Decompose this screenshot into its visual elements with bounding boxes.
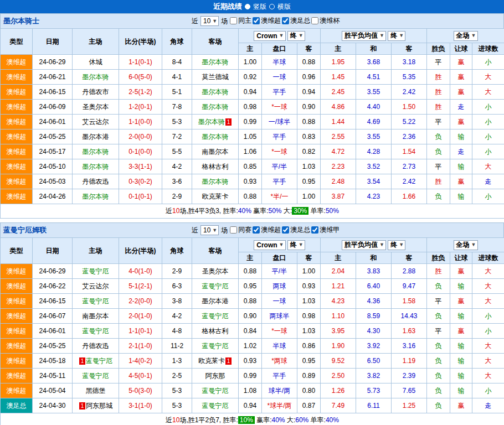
- league-cell[interactable]: 澳维超: [1, 264, 33, 279]
- avg-odds-select[interactable]: 胜平负均值▼: [342, 31, 386, 41]
- avg-time-select[interactable]: 终▼: [388, 31, 405, 41]
- score-cell[interactable]: 1-4(0-2): [119, 354, 162, 369]
- home-team-cell[interactable]: 墨尔本骑: [73, 189, 119, 204]
- away-team-cell[interactable]: 墨尔本骑: [192, 174, 239, 189]
- home-team-cell[interactable]: 南墨尔本: [73, 309, 119, 324]
- home-team-cell[interactable]: 1阿东那城: [73, 398, 119, 413]
- away-team-cell[interactable]: 莫兰德城: [192, 70, 239, 85]
- score-cell[interactable]: 2-1(1-0): [119, 339, 162, 354]
- score-cell[interactable]: 3-1(1-0): [119, 398, 162, 413]
- away-team-cell[interactable]: 欧克莱卡1: [192, 354, 239, 369]
- matches-count-select[interactable]: 10▼: [200, 225, 219, 235]
- away-team-cell[interactable]: 蓝曼宁厄: [192, 383, 239, 398]
- away-team-cell[interactable]: 南墨尔本: [192, 144, 239, 159]
- odds-time-select[interactable]: 终▼: [287, 31, 305, 41]
- away-team-cell[interactable]: 蓝曼宁厄: [192, 398, 239, 413]
- filter-checkbox[interactable]: 澳足总: [282, 16, 310, 25]
- league-cell[interactable]: 澳维超: [1, 354, 33, 369]
- away-team-cell[interactable]: 格林古利: [192, 324, 239, 339]
- checkbox-input[interactable]: [230, 17, 237, 24]
- vertical-layout-label[interactable]: 竖版: [253, 2, 266, 12]
- home-team-cell[interactable]: 丹德农迅: [73, 174, 119, 189]
- away-team-cell[interactable]: 墨尔本骑: [192, 100, 239, 115]
- score-cell[interactable]: 0-1(0-1): [119, 189, 162, 204]
- league-cell[interactable]: 澳维超: [1, 159, 33, 174]
- checkbox-input[interactable]: [311, 17, 318, 24]
- matches-count-select[interactable]: 10▼: [200, 16, 219, 26]
- league-cell[interactable]: 澳维超: [1, 309, 33, 324]
- checkbox-input[interactable]: [253, 226, 260, 234]
- league-cell[interactable]: 澳维超: [1, 324, 33, 339]
- home-team-cell[interactable]: 丹德农市: [73, 85, 119, 100]
- home-team-cell[interactable]: 蓝曼宁厄: [73, 324, 119, 339]
- checkbox-input[interactable]: [282, 226, 289, 234]
- filter-checkbox[interactable]: 同赛: [230, 225, 251, 235]
- checkbox-input[interactable]: [230, 226, 237, 234]
- home-team-cell[interactable]: 圣奥尔本: [73, 100, 119, 115]
- score-cell[interactable]: 5-1(2-1): [119, 279, 162, 294]
- team-name[interactable]: 墨尔本骑士: [1, 16, 192, 26]
- checkbox-input[interactable]: [282, 17, 289, 24]
- league-cell[interactable]: 澳维超: [1, 129, 33, 144]
- score-cell[interactable]: 1-1(0-1): [119, 324, 162, 339]
- league-cell[interactable]: 澳维超: [1, 279, 33, 294]
- home-team-cell[interactable]: 艾云达尔: [73, 279, 119, 294]
- league-cell[interactable]: 澳维超: [1, 294, 33, 309]
- bookmaker-select[interactable]: Crown▼: [254, 31, 285, 41]
- score-cell[interactable]: 6-0(5-0): [119, 70, 162, 85]
- filter-checkbox[interactable]: 澳足总: [282, 225, 310, 235]
- league-cell[interactable]: 澳足总: [1, 398, 33, 413]
- home-team-cell[interactable]: 休城: [73, 55, 119, 70]
- horizontal-layout-label[interactable]: 横版: [277, 2, 291, 12]
- score-cell[interactable]: 2-0(1-0): [119, 309, 162, 324]
- league-cell[interactable]: 澳维超: [1, 115, 33, 129]
- score-cell[interactable]: 1-1(0-0): [119, 115, 162, 129]
- away-team-cell[interactable]: 墨尔本骑: [192, 129, 239, 144]
- league-cell[interactable]: 澳维超: [1, 144, 33, 159]
- league-cell[interactable]: 澳维超: [1, 70, 33, 85]
- away-team-cell[interactable]: 蓝曼宁厄: [192, 339, 239, 354]
- score-cell[interactable]: 2-2(0-0): [119, 294, 162, 309]
- league-cell[interactable]: 澳维超: [1, 85, 33, 100]
- avg-time-select[interactable]: 终▼: [388, 240, 405, 250]
- bookmaker-select[interactable]: Crown▼: [254, 240, 285, 250]
- home-team-cell[interactable]: 艾云达尔: [73, 115, 119, 129]
- away-team-cell[interactable]: 墨尔本骑: [192, 55, 239, 70]
- away-team-cell[interactable]: 圣奥尔本: [192, 264, 239, 279]
- filter-checkbox[interactable]: 同主: [230, 16, 251, 25]
- vertical-layout-radio[interactable]: [245, 4, 250, 9]
- home-team-cell[interactable]: 蓝曼宁厄: [73, 264, 119, 279]
- away-team-cell[interactable]: 阿东那: [192, 369, 239, 383]
- score-cell[interactable]: 4-0(1-0): [119, 264, 162, 279]
- odds-time-select[interactable]: 终▼: [287, 240, 305, 250]
- home-team-cell[interactable]: 墨尔本骑: [73, 144, 119, 159]
- away-team-cell[interactable]: 蓝曼宁厄: [192, 309, 239, 324]
- score-cell[interactable]: 1-1(0-1): [119, 55, 162, 70]
- away-team-cell[interactable]: 欧克莱卡: [192, 189, 239, 204]
- home-team-cell[interactable]: 1蓝曼宁厄: [73, 354, 119, 369]
- team-name[interactable]: 蓝曼宁厄姆联: [1, 225, 192, 235]
- score-cell[interactable]: 1-2(0-1): [119, 100, 162, 115]
- away-team-cell[interactable]: 蓝曼宁厄: [192, 279, 239, 294]
- checkbox-input[interactable]: [311, 226, 318, 234]
- league-cell[interactable]: 澳维超: [1, 100, 33, 115]
- home-team-cell[interactable]: 黑德堡: [73, 383, 119, 398]
- checkbox-input[interactable]: [253, 17, 260, 24]
- score-cell[interactable]: 2-5(1-2): [119, 85, 162, 100]
- filter-checkbox[interactable]: 澳维超: [253, 16, 281, 25]
- home-team-cell[interactable]: 蓝曼宁厄: [73, 294, 119, 309]
- league-cell[interactable]: 澳维超: [1, 174, 33, 189]
- scope-select[interactable]: 全场▼: [454, 31, 478, 41]
- scope-select[interactable]: 全场▼: [454, 240, 478, 250]
- league-cell[interactable]: 澳维超: [1, 339, 33, 354]
- away-team-cell[interactable]: 墨尔本骑: [192, 85, 239, 100]
- home-team-cell[interactable]: 丹德农迅: [73, 339, 119, 354]
- home-team-cell[interactable]: 墨尔本港: [73, 129, 119, 144]
- away-team-cell[interactable]: 墨尔本港: [192, 294, 239, 309]
- league-cell[interactable]: 澳维超: [1, 55, 33, 70]
- filter-checkbox[interactable]: 澳维超: [253, 225, 281, 235]
- league-cell[interactable]: 澳维超: [1, 383, 33, 398]
- score-cell[interactable]: 5-0(3-0): [119, 383, 162, 398]
- filter-checkbox[interactable]: 澳维甲: [311, 225, 340, 235]
- home-team-cell[interactable]: 墨尔本骑: [73, 70, 119, 85]
